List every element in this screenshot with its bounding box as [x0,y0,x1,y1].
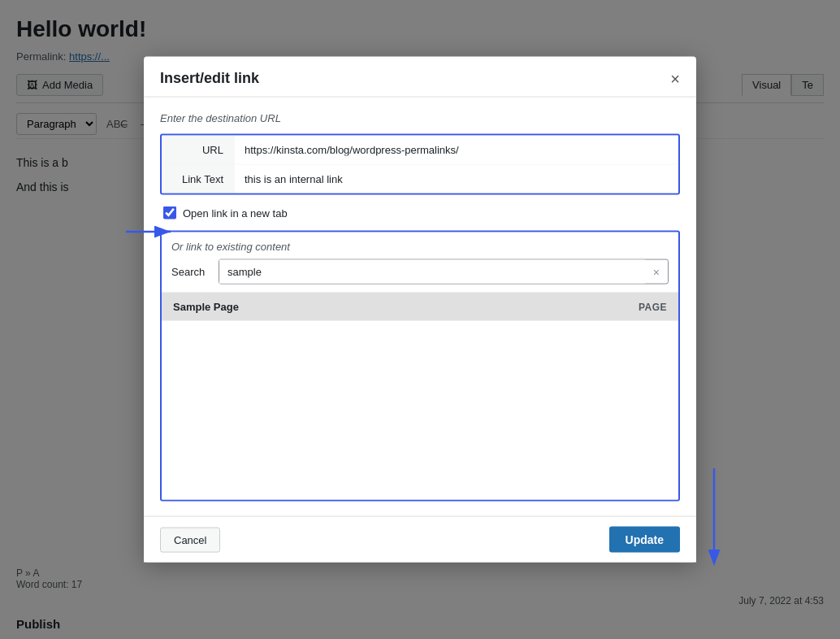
search-clear-button[interactable]: × [645,265,668,278]
search-input-wrap: × [219,259,669,285]
existing-content-hint: Or link to existing content [162,233,678,259]
link-text-input[interactable] [235,165,678,193]
new-tab-label: Open link in a new tab [183,206,288,219]
result-empty-area [162,321,678,500]
search-label: Search [171,266,212,278]
modal-footer: Cancel Update [144,516,696,563]
url-fields-box: URL Link Text [160,134,680,195]
search-input[interactable] [219,260,645,284]
url-input[interactable] [235,136,678,164]
cancel-button[interactable]: Cancel [160,527,220,552]
new-tab-checkbox[interactable] [163,206,176,220]
result-type: PAGE [639,301,667,312]
modal-title: Insert/edit link [160,70,259,87]
modal-body: Enter the destination URL URL Link Text … [144,98,696,516]
link-text-field-row: Link Text [162,165,678,193]
url-label: URL [162,136,235,164]
search-result-row[interactable]: Sample Page PAGE [162,293,678,321]
new-tab-row: Open link in a new tab [160,206,680,220]
link-text-label: Link Text [162,165,235,193]
modal-header: Insert/edit link × [144,57,696,98]
modal-close-button[interactable]: × [670,70,680,86]
search-row: Search × [162,259,678,293]
existing-content-box: Or link to existing content Search × Sam… [160,231,680,502]
url-field-row: URL [162,136,678,165]
url-hint: Enter the destination URL [160,112,680,124]
update-button[interactable]: Update [609,527,680,553]
search-results: Sample Page PAGE [162,293,678,500]
result-title: Sample Page [173,301,239,313]
insert-edit-link-modal: Insert/edit link × Enter the destination… [144,57,696,563]
